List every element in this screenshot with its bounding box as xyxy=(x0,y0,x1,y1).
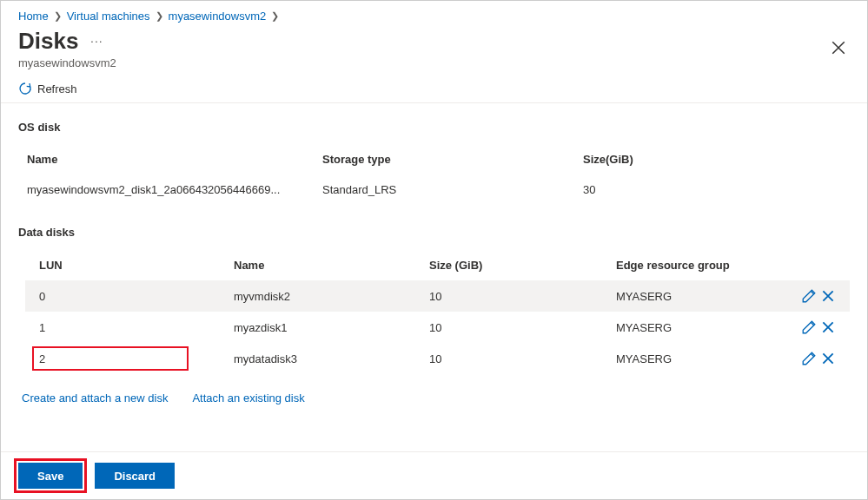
edit-icon[interactable] xyxy=(801,288,817,304)
os-disk-name: myasewindowsvm2_disk1_2a066432056446669.… xyxy=(27,183,314,196)
refresh-button[interactable]: Refresh xyxy=(37,82,77,95)
breadcrumb-home[interactable]: Home xyxy=(18,10,49,23)
refresh-icon xyxy=(18,82,32,95)
create-disk-link[interactable]: Create and attach a new disk xyxy=(22,391,168,405)
dd-size: 10 xyxy=(429,321,616,334)
attach-disk-link[interactable]: Attach an existing disk xyxy=(192,391,304,405)
dd-name: myazdisk1 xyxy=(234,321,429,334)
dd-lun: 1 xyxy=(34,321,234,334)
delete-icon[interactable] xyxy=(820,351,836,366)
page-title: Disks xyxy=(18,28,78,55)
data-disks-section-title: Data disks xyxy=(18,226,850,239)
table-row: 0 myvmdisk2 10 MYASERG xyxy=(25,280,850,312)
dd-size: 10 xyxy=(429,290,616,303)
table-row: 2 mydatadisk3 10 MYASERG xyxy=(25,343,850,374)
dd-name: mydatadisk3 xyxy=(234,352,429,365)
dd-name: myvmdisk2 xyxy=(234,290,429,303)
discard-button[interactable]: Discard xyxy=(95,463,175,489)
toolbar: Refresh xyxy=(1,75,867,103)
dd-lun: 0 xyxy=(34,290,234,303)
dd-col-lun: LUN xyxy=(34,259,234,272)
table-row: 1 myazdisk1 10 MYASERG xyxy=(25,312,850,343)
os-disk-row: myasewindowsvm2_disk1_2a066432056446669.… xyxy=(18,174,850,205)
more-icon[interactable]: ··· xyxy=(82,34,103,48)
os-disk-header: Name Storage type Size(GiB) xyxy=(18,144,850,174)
chevron-right-icon: ❯ xyxy=(271,10,279,22)
dd-lun-highlighted[interactable]: 2 xyxy=(32,346,189,371)
breadcrumb-vm[interactable]: myasewindowsvm2 xyxy=(169,10,267,23)
dd-size: 10 xyxy=(429,352,616,365)
os-col-name: Name xyxy=(27,153,322,166)
edit-icon[interactable] xyxy=(801,351,817,366)
dd-col-size: Size (GiB) xyxy=(429,259,616,272)
os-col-storage: Storage type xyxy=(322,153,583,166)
delete-icon[interactable] xyxy=(820,288,836,304)
dd-col-name: Name xyxy=(234,259,429,272)
edit-icon[interactable] xyxy=(801,319,817,335)
save-button[interactable]: Save xyxy=(18,463,83,489)
dd-erg: MYASERG xyxy=(616,290,789,303)
page-subtitle: myasewindowsvm2 xyxy=(18,56,850,69)
dd-erg: MYASERG xyxy=(616,321,789,334)
page-header: Disks ··· myasewindowsvm2 xyxy=(1,26,867,75)
os-disk-storage: Standard_LRS xyxy=(322,183,583,196)
breadcrumb: Home ❯ Virtual machines ❯ myasewindowsvm… xyxy=(1,1,867,26)
chevron-right-icon: ❯ xyxy=(54,10,62,22)
dd-col-erg: Edge resource group xyxy=(616,259,798,272)
footer: Save Discard xyxy=(1,451,867,499)
data-disks-header: LUN Name Size (GiB) Edge resource group xyxy=(25,249,850,280)
os-disk-size: 30 xyxy=(583,183,841,196)
os-col-size: Size(GiB) xyxy=(583,153,841,166)
dd-erg: MYASERG xyxy=(616,352,789,365)
os-disk-section-title: OS disk xyxy=(18,121,850,134)
close-button[interactable] xyxy=(831,40,846,56)
chevron-right-icon: ❯ xyxy=(156,10,163,22)
delete-icon[interactable] xyxy=(820,319,836,335)
close-icon xyxy=(831,40,846,56)
breadcrumb-vms[interactable]: Virtual machines xyxy=(67,10,150,23)
